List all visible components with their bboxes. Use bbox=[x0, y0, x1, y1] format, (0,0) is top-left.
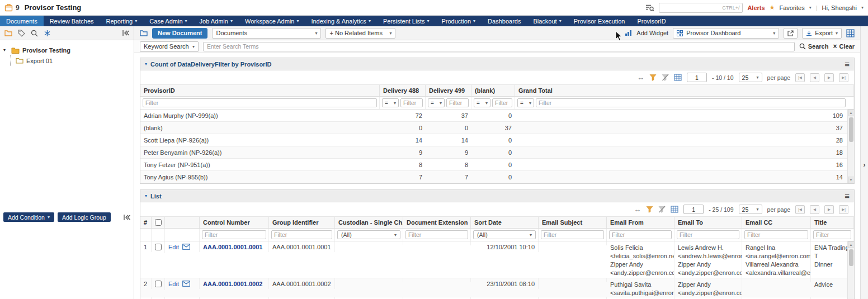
favorites-menu[interactable]: Favorites bbox=[779, 4, 804, 11]
edit-link[interactable]: Edit bbox=[168, 281, 179, 287]
col-blank[interactable]: (blank) bbox=[471, 85, 515, 96]
col-delivery-488[interactable]: Delivery 488 bbox=[380, 85, 426, 96]
filter-custodian-select[interactable]: (All)▾ bbox=[337, 230, 400, 239]
grid-view-button[interactable] bbox=[846, 29, 855, 37]
prev-page-button[interactable]: ◀ bbox=[810, 205, 819, 214]
clear-filter-icon[interactable] bbox=[658, 206, 666, 213]
table-row[interactable]: Adrian Murphy (NP-999(a)) 72 37 0 109 bbox=[140, 110, 854, 122]
table-row[interactable]: Peter Benyamin (NP-926(a)) 9 9 0 18 bbox=[140, 146, 854, 159]
page-size-select[interactable]: 25 ▾ bbox=[739, 73, 762, 82]
col-document-extension[interactable]: Document Extension bbox=[403, 217, 471, 228]
list-row[interactable]: 2 Edit AAA.0001.0001.0002 AAA.0001.0001.… bbox=[140, 278, 854, 297]
nav-blackout[interactable]: Blackout▾ bbox=[527, 16, 567, 26]
control-number-link[interactable]: AAA.0001.0001.0002 bbox=[203, 281, 262, 287]
col-group-identifier[interactable]: Group Identifier bbox=[269, 217, 335, 228]
filter-grand-total-input[interactable] bbox=[536, 98, 846, 107]
col-email-cc[interactable]: Email CC bbox=[742, 217, 811, 228]
scroll-down-icon[interactable]: ▼ bbox=[848, 177, 855, 183]
col-email-to[interactable]: Email To bbox=[674, 217, 742, 228]
panel-header[interactable]: ▾ List ≡ bbox=[140, 190, 854, 202]
row-checkbox[interactable] bbox=[155, 281, 162, 287]
tree-node-provisor-testing[interactable]: ▾ Provisor Testing bbox=[3, 45, 130, 55]
scroll-up-icon[interactable]: ▲ bbox=[848, 241, 855, 248]
nav-production[interactable]: Production▾ bbox=[436, 16, 482, 26]
alerts-link[interactable]: Alerts bbox=[747, 4, 765, 11]
select-all-checkbox[interactable] bbox=[155, 219, 162, 226]
resize-columns-icon[interactable]: ↔ bbox=[634, 205, 641, 213]
filter-email-to-input[interactable] bbox=[677, 230, 739, 239]
filter-provisorid-input[interactable] bbox=[143, 98, 377, 107]
operator-select[interactable]: =▾ bbox=[382, 98, 399, 107]
filter-delivery-488-input[interactable] bbox=[400, 98, 423, 107]
nav-indexing-analytics[interactable]: Indexing & Analytics▾ bbox=[305, 16, 376, 26]
documents-select[interactable]: Documents ▾ bbox=[212, 28, 321, 39]
first-page-button[interactable]: |◀ bbox=[795, 205, 805, 214]
add-logic-group-button[interactable]: Add Logic Group bbox=[58, 212, 111, 222]
nav-review-batches[interactable]: Review Batches bbox=[44, 16, 100, 26]
add-widget-button[interactable]: Add Widget bbox=[636, 30, 668, 36]
nav-documents[interactable]: Documents bbox=[0, 16, 44, 26]
dashboard-select[interactable]: Provisor Dashboard ▾ bbox=[673, 28, 779, 39]
operator-select[interactable]: =▾ bbox=[474, 98, 490, 107]
list-row[interactable]: 1 Edit AAA.0001.0001.0001 AAA.0001.0001.… bbox=[140, 241, 854, 278]
col-title[interactable]: Title bbox=[811, 217, 854, 228]
open-external-button[interactable] bbox=[784, 28, 798, 39]
operator-select[interactable]: =▾ bbox=[517, 98, 534, 107]
search-document-icon[interactable] bbox=[31, 30, 38, 37]
table-row[interactable]: (blank) 0 0 37 37 bbox=[140, 122, 854, 134]
collapse-sidebar-icon[interactable] bbox=[122, 30, 129, 36]
filter-email-from-input[interactable] bbox=[609, 230, 672, 239]
first-page-button[interactable]: |◀ bbox=[795, 73, 805, 82]
keyword-search-select[interactable]: Keyword Search ▾ bbox=[140, 41, 199, 52]
filter-blank-input[interactable] bbox=[492, 98, 512, 107]
clear-button[interactable]: × Clear bbox=[833, 42, 855, 50]
col-email-from[interactable]: Email From bbox=[607, 217, 674, 228]
prev-page-button[interactable]: ◀ bbox=[810, 73, 819, 82]
new-document-button[interactable]: New Document bbox=[152, 28, 207, 39]
edit-link[interactable]: Edit bbox=[168, 244, 179, 250]
filter-sort-date-select[interactable]: (All)▾ bbox=[473, 230, 536, 239]
grid-columns-icon[interactable] bbox=[671, 206, 678, 213]
operator-select[interactable]: =▾ bbox=[428, 98, 445, 107]
control-number-link[interactable]: AAA.0001.0001.0001 bbox=[203, 244, 262, 250]
filter-title-input[interactable] bbox=[813, 230, 851, 239]
filter-control-number-input[interactable] bbox=[202, 230, 266, 239]
nav-workspace-admin[interactable]: Workspace Admin▾ bbox=[239, 16, 305, 26]
table-row[interactable]: Tony Fetzer (NP-951(a)) 8 8 0 16 bbox=[140, 159, 854, 171]
filter-email-cc-input[interactable] bbox=[744, 230, 808, 239]
col-grand-total[interactable]: Grand Total bbox=[515, 85, 854, 96]
table-row[interactable]: Tony Agius (NP-955(b)) 7 7 0 14 bbox=[140, 171, 854, 183]
documents-folder-icon[interactable] bbox=[140, 30, 148, 36]
nav-persistent-lists[interactable]: Persistent Lists▾ bbox=[377, 16, 436, 26]
col-provisorid[interactable]: ProvisorID bbox=[140, 85, 380, 96]
last-page-button[interactable]: ▶| bbox=[839, 205, 848, 214]
user-menu[interactable]: Hi, Shengshi bbox=[822, 4, 857, 11]
col-custodian[interactable]: Custodian - Single Ch... bbox=[335, 217, 403, 228]
nav-reporting[interactable]: Reporting▾ bbox=[100, 16, 144, 26]
grid-columns-icon[interactable] bbox=[674, 74, 682, 81]
global-search-icon[interactable] bbox=[645, 4, 654, 12]
collapse-panel-icon[interactable]: ▾ bbox=[145, 61, 147, 67]
collapse-conditions-icon[interactable] bbox=[123, 214, 130, 221]
panel-header[interactable]: ▾ Count of DataDeliveryFilter by Proviso… bbox=[140, 58, 854, 70]
next-page-button[interactable]: ▶ bbox=[824, 205, 834, 214]
search-button[interactable]: Search bbox=[799, 43, 829, 50]
filter-email-subject-input[interactable] bbox=[541, 230, 604, 239]
add-condition-button[interactable]: Add Condition ▾ bbox=[3, 212, 54, 222]
vertical-scrollbar[interactable]: ▲ bbox=[847, 241, 854, 299]
search-terms-input[interactable] bbox=[203, 42, 795, 51]
panel-menu-icon[interactable]: ≡ bbox=[845, 192, 850, 200]
tag-icon[interactable] bbox=[18, 30, 25, 37]
nav-dashboards[interactable]: Dashboards bbox=[482, 16, 527, 26]
row-checkbox[interactable] bbox=[155, 244, 162, 250]
export-button[interactable]: Export ▾ bbox=[802, 28, 842, 39]
next-page-button[interactable]: ▶ bbox=[824, 73, 834, 82]
related-items-select[interactable]: + No Related Items ▾ bbox=[326, 28, 395, 39]
filter-delivery-499-input[interactable] bbox=[446, 98, 469, 107]
tree-expand-icon[interactable]: ▾ bbox=[3, 48, 8, 53]
nav-provisorid[interactable]: ProvisorID bbox=[631, 16, 672, 26]
asterisk-icon[interactable] bbox=[44, 30, 51, 37]
scroll-up-icon[interactable]: ▲ bbox=[848, 110, 855, 116]
col-email-subject[interactable]: Email Subject bbox=[539, 217, 607, 228]
collapse-panel-icon[interactable]: ▾ bbox=[145, 193, 147, 198]
